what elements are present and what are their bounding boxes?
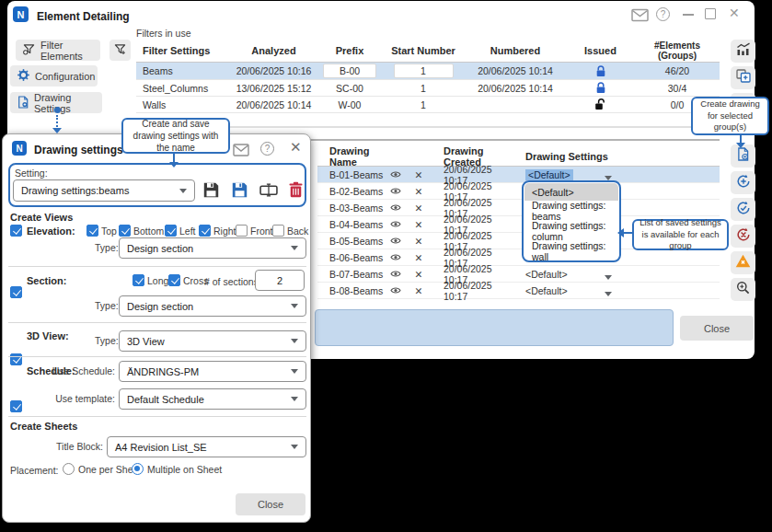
drawing-setting-select[interactable]: <Default> [517, 169, 720, 180]
maximize-icon[interactable] [705, 8, 716, 19]
section-label: Section: [27, 275, 66, 286]
multiple-on-sheet-radio[interactable] [132, 463, 144, 475]
use-schedule-select[interactable]: ÄNDRINGS-PM [119, 361, 306, 382]
eye-icon[interactable] [386, 203, 405, 212]
warnings-button[interactable] [731, 251, 755, 274]
drawing-row[interactable]: B-08-Beams ✕ 20/06/2025 10:17 <Default> [317, 283, 720, 299]
remove-icon[interactable]: ✕ [405, 269, 432, 280]
remove-icon[interactable]: ✕ [405, 186, 432, 197]
drawing-row[interactable]: B-02-Beams ✕ 20/06/2025 10:17 <Default> [317, 183, 720, 200]
drawing-settings-dialog: N Drawing settings ? ✕ Setting: Drawing … [2, 133, 311, 523]
filter-row-steel-columns[interactable]: Steel_Columns 13/06/2025 15:12 SC-00 1 2… [136, 80, 720, 97]
drawing-setting-value: <Default> [525, 285, 568, 296]
chevron-down-icon[interactable] [605, 275, 612, 280]
col-drawing-name: Drawing Name [317, 145, 386, 168]
dialog-close-button[interactable]: Close [236, 493, 305, 515]
remove-icon[interactable]: ✕ [405, 236, 432, 247]
save-button[interactable] [202, 181, 220, 202]
dialog-close-icon[interactable]: ✕ [290, 139, 302, 156]
front-checkbox[interactable] [236, 225, 248, 237]
dialog-mail-icon[interactable] [233, 144, 249, 160]
left-checkbox[interactable] [165, 225, 177, 237]
drawing-name: B-02-Beams [317, 186, 386, 197]
add-filter-button[interactable] [109, 40, 131, 61]
filter-row-beams[interactable]: Beams 20/06/2025 10:16 B-00 1 20/06/2025… [136, 63, 720, 80]
back-checkbox[interactable] [272, 225, 284, 237]
filter-plus-icon [114, 43, 126, 57]
remove-icon[interactable]: ✕ [405, 202, 432, 214]
drawing-name: B-01-Beams [317, 169, 386, 180]
remove-icon[interactable]: ✕ [405, 285, 432, 296]
section-type-select[interactable]: Design section [119, 295, 306, 317]
prefix-input[interactable]: B-00 [323, 64, 376, 78]
create-views-heading: Create Views [10, 212, 73, 223]
eye-icon[interactable] [386, 187, 405, 195]
drawing-row[interactable]: B-03-Beams ✕ 20/06/2025 10:17 <Default> [317, 200, 720, 216]
dropdown-option-wall[interactable]: Drawing settings: wall [524, 241, 618, 261]
long-checkbox[interactable] [133, 274, 144, 286]
elevation-checkbox[interactable] [10, 225, 22, 237]
top-checkbox[interactable] [86, 225, 98, 237]
3d-view-checkbox[interactable] [10, 353, 22, 365]
eye-icon[interactable] [386, 237, 405, 245]
chevron-down-icon[interactable] [605, 292, 612, 296]
eye-icon[interactable] [386, 253, 405, 261]
dropdown-option-default[interactable]: <Default> [524, 183, 618, 201]
save-as-button[interactable] [231, 181, 248, 202]
delete-button[interactable] [289, 181, 303, 202]
close-icon[interactable]: ✕ [729, 6, 740, 20]
duplicate-group-button[interactable] [731, 66, 755, 89]
setting-select[interactable]: Drawing settings:beams [13, 179, 195, 202]
analytics-icon [736, 42, 751, 60]
filter-elements-button[interactable]: Filter Elements [16, 40, 100, 61]
drawing-name: B-07-Beams [317, 269, 386, 280]
locked-icon[interactable] [566, 82, 635, 94]
one-per-sheet-radio[interactable] [63, 463, 75, 475]
chevron-down-icon [179, 189, 187, 193]
right-checkbox[interactable] [199, 225, 211, 237]
connector-arrowhead [52, 128, 62, 133]
num-sections-label: # of sections [204, 276, 259, 287]
drawing-setting-select[interactable]: <Default> [517, 269, 720, 280]
analytics-button[interactable] [731, 40, 755, 63]
bottom-checkbox[interactable] [119, 225, 131, 237]
add-revision-button[interactable] [731, 171, 755, 194]
elements-value: 46/20 [635, 65, 720, 76]
remove-icon[interactable]: ✕ [405, 252, 432, 263]
elevation-option: Top [86, 225, 117, 237]
elevation-type-select[interactable]: Design section [119, 237, 306, 259]
section-checkbox[interactable] [10, 286, 22, 298]
eye-icon[interactable] [386, 270, 405, 278]
help-icon[interactable]: ? [656, 7, 670, 21]
dialog-help-icon[interactable]: ? [260, 142, 274, 156]
filter-row-walls[interactable]: Walls 20/06/2025 10:14 W-00 1 0/0 [136, 97, 720, 113]
num-sections-input[interactable]: 2 [255, 270, 305, 291]
minimize-icon[interactable] [683, 14, 694, 16]
approve-button[interactable] [731, 198, 755, 221]
eye-icon[interactable] [386, 170, 405, 179]
title-block-select[interactable]: A4 Revision List_SE [107, 436, 306, 457]
cross-checkbox[interactable] [168, 274, 180, 286]
reject-button[interactable] [731, 225, 755, 248]
dropdown-option-column[interactable]: Drawing settings: column [524, 221, 618, 241]
3d-view-type-select[interactable]: 3D View [119, 330, 306, 352]
eye-icon[interactable] [386, 286, 405, 295]
drawing-row[interactable]: B-01-Beams ✕ 20/06/2025 10:17 <Default> [317, 167, 720, 183]
remove-icon[interactable]: ✕ [405, 219, 432, 230]
locked-icon[interactable] [566, 65, 635, 77]
dropdown-option-beams[interactable]: Drawing settings: beams [524, 201, 618, 221]
mail-icon[interactable] [631, 8, 649, 26]
eye-icon[interactable] [386, 220, 405, 228]
rename-button[interactable] [259, 183, 278, 201]
configuration-button[interactable]: Configuration [10, 65, 98, 87]
drawing-row[interactable]: B-07-Beams ✕ 20/06/2025 10:17 <Default> [317, 266, 720, 283]
remove-icon[interactable]: ✕ [405, 169, 432, 180]
drawing-setting-select[interactable]: <Default> [517, 285, 720, 296]
unlocked-icon[interactable] [566, 98, 635, 110]
drawing-row[interactable]: B-06-Beams ✕ 20/06/2025 10:17 <Default> [317, 249, 720, 266]
start-number-input[interactable]: 1 [394, 64, 454, 78]
use-template-select[interactable]: Default Schedule [119, 388, 306, 410]
main-close-button[interactable]: Close [680, 316, 754, 341]
chevron-down-icon[interactable] [605, 176, 612, 180]
zoom-in-button[interactable] [731, 278, 755, 301]
